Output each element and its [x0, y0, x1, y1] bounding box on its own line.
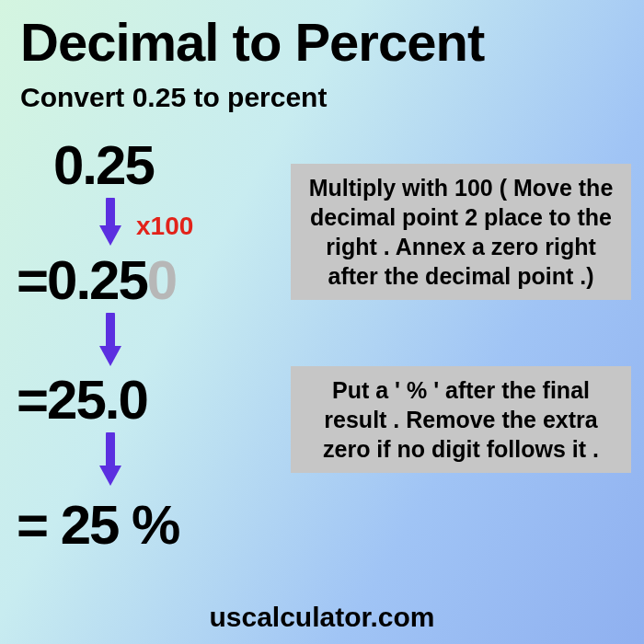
page-title: Decimal to Percent — [0, 0, 644, 80]
footer-credit: uscalculator.com — [0, 602, 644, 633]
explanation-box-1: Multiply with 100 ( Move the decimal poi… — [291, 164, 631, 300]
explanation-box-2: Put a ' % ' after the final result . Rem… — [291, 366, 631, 473]
svg-marker-1 — [99, 225, 121, 246]
step-value-4: = 25 % — [17, 493, 178, 557]
step-value-3: =25.0 — [17, 368, 147, 431]
arrow-down-icon — [99, 432, 121, 486]
svg-marker-5 — [99, 466, 121, 486]
multiplier-label: x100 — [136, 212, 193, 241]
arrow-down-icon — [99, 198, 121, 246]
svg-marker-3 — [99, 346, 121, 366]
step-value-2-ghost: 0 — [147, 249, 176, 311]
convert-subtitle: Convert 0.25 to percent — [0, 80, 644, 119]
arrow-down-icon — [99, 313, 121, 366]
step-value-2: =0.250 — [17, 248, 176, 312]
step-value-2-prefix: =0.25 — [17, 249, 147, 311]
step-value-1: 0.25 — [53, 133, 154, 197]
